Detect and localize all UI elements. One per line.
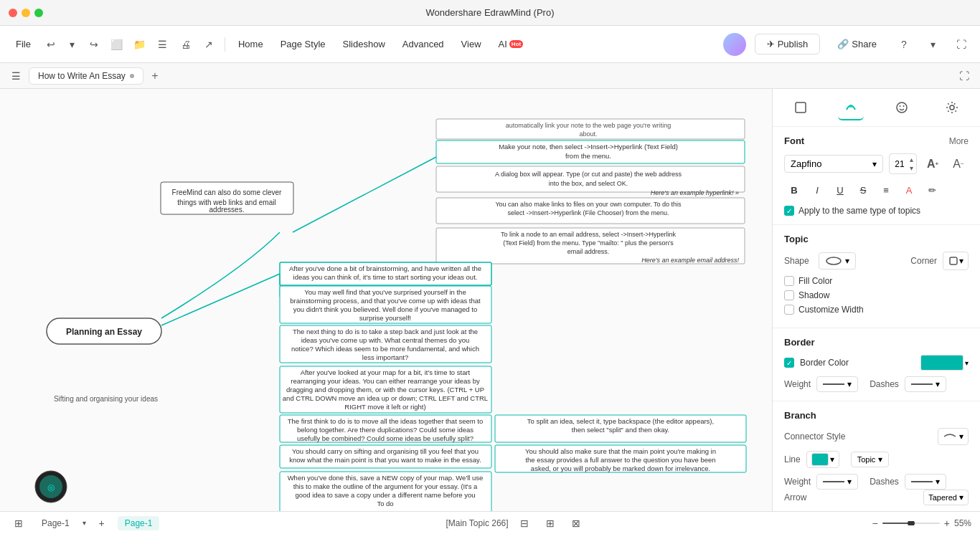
font-family-select[interactable]: Zapfino ▾ <box>784 155 883 173</box>
apply-checkbox[interactable]: ✓ <box>784 206 794 216</box>
panel-icon-style[interactable] <box>838 95 864 120</box>
branch-weight-select[interactable]: ▾ <box>816 474 858 490</box>
branch-dashes-chevron: ▾ <box>936 477 940 487</box>
undo-button[interactable]: ↩ <box>41 34 61 54</box>
maximize-btn[interactable] <box>34 9 43 17</box>
node-files-text2: select ->Insert->Hyperlink (File Chooser… <box>507 209 669 216</box>
weight-select[interactable]: ▾ <box>816 376 858 392</box>
border-color-chevron[interactable]: ▾ <box>965 359 969 367</box>
bold-button[interactable]: B <box>784 180 804 200</box>
toggle-sidebar-btn[interactable]: ⊞ <box>9 513 29 533</box>
node-mainpoint-t3: asked, or you will probably be marked do… <box>531 464 710 472</box>
border-color-swatch[interactable] <box>920 355 963 371</box>
tab-modified-dot <box>130 74 134 78</box>
align-button[interactable]: ≡ <box>876 180 896 200</box>
font-color-button[interactable]: A <box>899 180 919 200</box>
font-size-value: 21 <box>892 159 907 169</box>
tab-add-button[interactable]: + <box>146 67 164 85</box>
toolbar: File ↩ ▾ ↪ ⬜ 📁 ☰ 🖨 ↗ Home Page Style Sli… <box>0 26 980 63</box>
sidebar-toggle[interactable]: ☰ <box>6 66 26 86</box>
node-stepback-text3: notice? Which ideas seem to be more fund… <box>291 345 479 353</box>
menu-advanced[interactable]: Advanced <box>395 34 451 54</box>
close-btn[interactable] <box>9 9 17 17</box>
italic-button[interactable]: I <box>807 180 827 200</box>
print-button[interactable]: 🖨 <box>176 34 196 54</box>
shadow-checkbox[interactable] <box>784 290 794 300</box>
share-button[interactable]: 🔗 Share <box>829 34 885 54</box>
node-mainpoint-t2: the essay provides a full answer to the … <box>525 456 715 464</box>
node-hyp1-text1: Make your note, then select ->Insert->Hy… <box>499 143 678 151</box>
user-avatar[interactable] <box>723 33 746 56</box>
font-increase-btn[interactable]: A+ <box>923 154 943 174</box>
font-decrease-btn[interactable]: A− <box>948 154 969 174</box>
branch-dashes-select[interactable]: ▾ <box>905 474 946 490</box>
font-size-up[interactable]: ▴ <box>910 156 913 163</box>
node-surp-text4: surprise yourself! <box>359 314 411 322</box>
help-button[interactable]: ? <box>894 34 914 54</box>
export-button[interactable]: ↗ <box>199 34 219 54</box>
panel-icon-emoji[interactable] <box>889 95 915 120</box>
layout-3-btn[interactable]: ⊠ <box>566 513 586 533</box>
redo-button[interactable]: ↪ <box>84 34 104 54</box>
fullscreen-button[interactable]: ⛶ <box>951 34 971 54</box>
customize-width-checkbox[interactable] <box>784 305 794 315</box>
page-tab-dropdown[interactable]: ▾ <box>83 519 86 527</box>
node-save-t4: To do <box>377 500 393 507</box>
branch-dashes-label: Dashes <box>870 477 899 487</box>
publish-button[interactable]: ✈ Publish <box>755 34 821 54</box>
undo-dropdown[interactable]: ▾ <box>62 34 83 54</box>
toolbar-right: ✈ Publish 🔗 Share ? ▾ ⛶ <box>723 33 971 56</box>
font-more-btn[interactable]: More <box>949 136 969 146</box>
layout-1-btn[interactable]: ⊟ <box>514 513 534 533</box>
zoom-in-icon[interactable]: + <box>944 518 950 529</box>
open-button[interactable]: 📁 <box>130 34 150 54</box>
node-save-t1: When you've done this, save a NEW copy o… <box>288 474 484 482</box>
new-button[interactable]: ⬜ <box>107 34 127 54</box>
font-size-control[interactable]: 21 ▴ ▾ <box>889 153 917 174</box>
svg-point-6 <box>826 257 841 264</box>
tabbar: ☰ How to Write An Essay + ⛶ <box>0 63 980 89</box>
weight-chevron: ▾ <box>847 379 852 389</box>
dashes-select[interactable]: ▾ <box>905 376 946 392</box>
menu-view[interactable]: View <box>454 34 489 54</box>
layout-2-btn[interactable]: ⊞ <box>540 513 560 533</box>
panel-icon-settings[interactable] <box>939 95 965 120</box>
strikethrough-button[interactable]: S <box>853 180 873 200</box>
connector-style-select[interactable]: ▾ <box>938 428 969 445</box>
font-size-down[interactable]: ▾ <box>910 164 913 172</box>
node-stepback-text4: less important? <box>362 353 408 361</box>
maximize-view-button[interactable]: ⛶ <box>954 66 974 86</box>
zoom-slider[interactable] <box>882 521 940 525</box>
underline-button[interactable]: U <box>830 180 850 200</box>
shape-chevron: ▾ <box>845 256 849 266</box>
shape-select[interactable]: ▾ <box>819 252 856 270</box>
dashes-line <box>911 383 933 385</box>
customize-width-row: Customize Width <box>784 305 969 315</box>
highlight-button[interactable]: ✏ <box>922 180 942 200</box>
page-tab-label[interactable]: Page-1 <box>34 516 77 530</box>
line-label: Line <box>784 454 801 464</box>
menu-slideshow[interactable]: Slideshow <box>336 34 392 54</box>
border-color-checkbox[interactable]: ✓ <box>784 358 794 368</box>
panel-icon-tabs <box>773 89 980 127</box>
tab-essay[interactable]: How to Write An Essay <box>29 67 143 85</box>
add-page-btn[interactable]: + <box>92 513 112 533</box>
border-section-header: Border <box>784 337 969 348</box>
active-page-tab[interactable]: Page-1 <box>118 516 160 530</box>
menu-ai[interactable]: AI Hot <box>491 34 531 54</box>
line-type-select[interactable]: Topic ▾ <box>851 452 890 467</box>
more-button[interactable]: ▾ <box>923 34 943 54</box>
canvas-area[interactable]: Planning an Essay FreeMind can also do s… <box>0 89 772 511</box>
menu-file[interactable]: File <box>9 34 38 54</box>
minimize-btn[interactable] <box>22 9 30 17</box>
corner-select[interactable]: ▾ <box>943 252 969 270</box>
menu-page-style[interactable]: Page Style <box>273 34 333 54</box>
fill-color-checkbox[interactable] <box>784 276 794 286</box>
line-color-select[interactable]: ▾ <box>806 451 839 468</box>
zoom-out-icon[interactable]: − <box>872 518 878 529</box>
panel-icon-node[interactable] <box>788 95 814 120</box>
menu-home[interactable]: Home <box>231 34 270 54</box>
arrow-type-select[interactable]: Tapered ▾ <box>923 490 969 505</box>
outline-button[interactable]: ☰ <box>153 34 173 54</box>
toolbar-divider <box>225 37 225 52</box>
